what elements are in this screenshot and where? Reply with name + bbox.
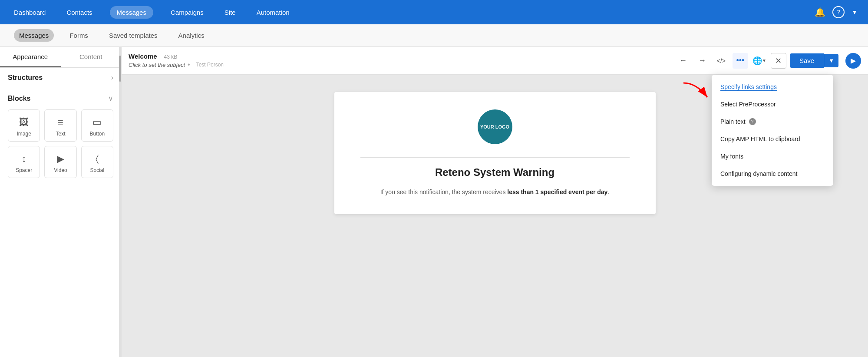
blocks-grid: 🖼 Image ≡ Text ▭ Button ↕ Spacer ▶ Vi [8, 109, 113, 178]
block-video[interactable]: ▶ Video [44, 146, 76, 178]
plain-text-label: Plain text [720, 118, 746, 125]
social-icon: 〈 [96, 153, 99, 165]
code-view-button[interactable]: </> [713, 53, 729, 69]
video-icon: ▶ [57, 153, 64, 165]
top-navigation: Dashboard Contacts Messages Campaigns Si… [0, 0, 868, 24]
undo-button[interactable]: ← [675, 53, 691, 69]
email-person: Test Person [196, 62, 224, 68]
email-subject[interactable]: Click to set the subject [129, 62, 185, 68]
block-image[interactable]: 🖼 Image [8, 109, 40, 142]
nav-links: Dashboard Contacts Messages Campaigns Si… [10, 6, 293, 19]
sidebar-scrollbar-thumb [119, 56, 121, 82]
nav-messages[interactable]: Messages [110, 6, 153, 19]
image-icon: 🖼 [19, 117, 29, 128]
nav-campaigns[interactable]: Campaigns [167, 6, 207, 19]
block-text[interactable]: ≡ Text [44, 109, 76, 142]
save-dropdown-button[interactable]: ▼ [824, 54, 838, 67]
email-size: 43 kB [164, 54, 178, 60]
nav-contacts[interactable]: Contacts [63, 6, 96, 19]
editor-canvas: YOUR LOGO Reteno System Warning If you s… [334, 92, 656, 214]
bell-icon[interactable]: 🔔 [815, 7, 825, 17]
tab-content[interactable]: Content [61, 47, 122, 67]
subnav-analytics[interactable]: Analytics [173, 29, 210, 42]
block-button-label: Button [89, 131, 105, 137]
canvas-divider [360, 157, 630, 158]
body-text-end: . [607, 188, 609, 195]
main-layout: Appearance Content Structures › Blocks ∨… [0, 47, 868, 357]
main-content: Welcome 43 kB Click to set the subject •… [122, 47, 868, 357]
close-button[interactable]: ✕ [771, 53, 786, 69]
toolbar-subtitle-row: Click to set the subject • Test Person [129, 61, 672, 69]
block-spacer-label: Spacer [16, 167, 32, 173]
save-button[interactable]: Save [790, 53, 824, 68]
dropdown-plain-text[interactable]: Plain text ? [712, 113, 833, 130]
block-social[interactable]: 〈 Social [81, 146, 113, 178]
spacer-icon: ↕ [22, 153, 26, 165]
block-spacer[interactable]: ↕ Spacer [8, 146, 40, 178]
more-options-button[interactable]: ••• [733, 53, 748, 69]
text-icon: ≡ [58, 117, 63, 128]
subnav-messages[interactable]: Messages [14, 29, 54, 42]
nav-site[interactable]: Site [221, 6, 239, 19]
globe-icon: 🌐 [752, 56, 762, 66]
email-title[interactable]: Welcome [129, 53, 157, 60]
blocks-title: Blocks [8, 95, 30, 102]
editor-toolbar: Welcome 43 kB Click to set the subject •… [122, 47, 868, 75]
plain-text-help-icon[interactable]: ? [749, 118, 756, 125]
dropdown-copy-amp-html[interactable]: Copy AMP HTML to clipboard [712, 130, 833, 148]
blocks-section: Blocks ∨ 🖼 Image ≡ Text ▭ Button ↕ [0, 88, 121, 184]
button-icon: ▭ [92, 117, 102, 128]
help-icon[interactable]: ? [832, 6, 845, 18]
nav-automation[interactable]: Automation [253, 6, 293, 19]
dropdown-select-preprocessor[interactable]: Select PreProcessor [712, 96, 833, 113]
play-button[interactable]: ▶ [845, 53, 861, 69]
redo-button[interactable]: → [694, 53, 710, 69]
blocks-collapse-icon[interactable]: ∨ [108, 94, 113, 102]
body-text-start: If you see this notification, the system… [380, 188, 508, 195]
globe-dropdown-icon: ▼ [762, 58, 766, 63]
sidebar-scrollbar[interactable] [119, 47, 121, 357]
logo-placeholder: YOUR LOGO [478, 109, 512, 144]
dropdown-specify-links[interactable]: Specify links settings [712, 78, 833, 96]
sub-navigation: Messages Forms Saved templates Analytics [0, 24, 868, 47]
subnav-saved-templates[interactable]: Saved templates [104, 29, 163, 42]
subnav-forms[interactable]: Forms [64, 29, 93, 42]
sidebar-tabs: Appearance Content [0, 47, 121, 68]
toolbar-title-row: Welcome 43 kB [129, 53, 672, 60]
nav-dashboard[interactable]: Dashboard [10, 6, 49, 19]
blocks-header: Blocks ∨ [8, 94, 113, 102]
dropdown-menu: Specify links settings Select PreProcess… [712, 75, 833, 186]
block-image-label: Image [17, 131, 31, 137]
canvas-body: If you see this notification, the system… [360, 187, 630, 197]
dropdown-configuring-dynamic[interactable]: Configuring dynamic content [712, 165, 833, 182]
structures-title: Structures [8, 74, 43, 82]
toolbar-left: Welcome 43 kB Click to set the subject •… [129, 53, 672, 69]
dropdown-my-fonts[interactable]: My fonts [712, 148, 833, 165]
logo-row: YOUR LOGO [360, 109, 630, 144]
block-video-label: Video [54, 167, 67, 173]
body-text-bold: less than 1 specified event per day [507, 188, 607, 195]
structures-section[interactable]: Structures › [0, 68, 121, 88]
nav-right-actions: 🔔 ? ▼ [815, 6, 858, 18]
canvas-heading: Reteno System Warning [360, 166, 630, 178]
dot-separator: • [188, 61, 190, 69]
canvas-inner: YOUR LOGO Reteno System Warning If you s… [334, 92, 656, 214]
play-icon: ▶ [851, 56, 856, 65]
structures-chevron-icon: › [111, 74, 113, 82]
tab-appearance[interactable]: Appearance [0, 47, 61, 67]
block-social-label: Social [90, 167, 104, 173]
save-group: Save ▼ [790, 53, 838, 68]
language-button[interactable]: 🌐 ▼ [752, 53, 767, 69]
block-text-label: Text [56, 131, 65, 137]
block-button[interactable]: ▭ Button [81, 109, 113, 142]
close-icon: ✕ [775, 56, 782, 66]
user-dropdown[interactable]: ▼ [851, 9, 858, 16]
left-sidebar: Appearance Content Structures › Blocks ∨… [0, 47, 122, 357]
